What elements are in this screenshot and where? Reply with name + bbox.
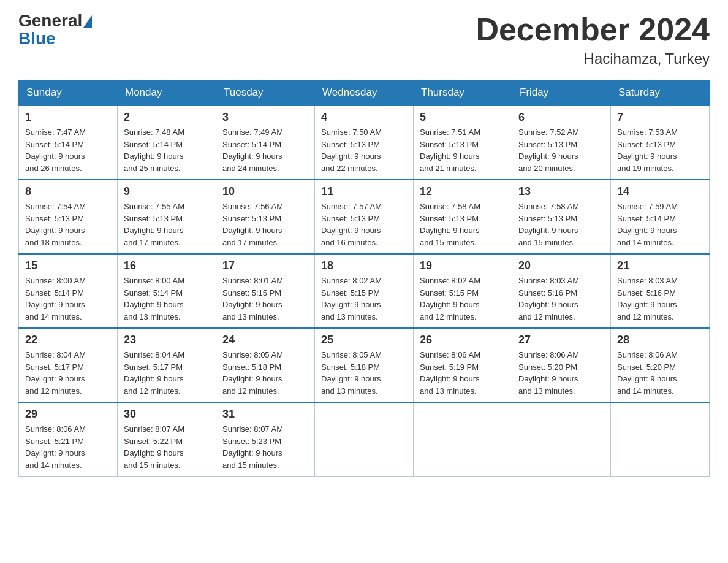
table-row: 15 Sunrise: 8:00 AM Sunset: 5:14 PM Dayl…: [19, 254, 118, 328]
day-number: 29: [25, 408, 111, 421]
day-number: 13: [518, 185, 604, 198]
day-info: Sunrise: 7:51 AM Sunset: 5:13 PM Dayligh…: [420, 126, 506, 174]
table-row: 16 Sunrise: 8:00 AM Sunset: 5:14 PM Dayl…: [118, 254, 216, 328]
table-row: 4 Sunrise: 7:50 AM Sunset: 5:13 PM Dayli…: [315, 105, 414, 180]
table-row: 29 Sunrise: 8:06 AM Sunset: 5:21 PM Dayl…: [19, 402, 118, 477]
day-number: 10: [222, 185, 308, 198]
calendar-header-row: Sunday Monday Tuesday Wednesday Thursday…: [19, 80, 710, 106]
day-info: Sunrise: 8:04 AM Sunset: 5:17 PM Dayligh…: [124, 349, 210, 397]
day-info: Sunrise: 8:06 AM Sunset: 5:19 PM Dayligh…: [420, 349, 506, 397]
day-info: Sunrise: 7:56 AM Sunset: 5:13 PM Dayligh…: [222, 201, 308, 248]
col-thursday: Thursday: [414, 80, 512, 106]
day-number: 24: [222, 334, 308, 347]
calendar-week-row: 15 Sunrise: 8:00 AM Sunset: 5:14 PM Dayl…: [19, 254, 710, 328]
table-row: 30 Sunrise: 8:07 AM Sunset: 5:22 PM Dayl…: [118, 402, 216, 477]
calendar-week-row: 1 Sunrise: 7:47 AM Sunset: 5:14 PM Dayli…: [19, 105, 710, 180]
table-row: 7 Sunrise: 7:53 AM Sunset: 5:13 PM Dayli…: [611, 105, 710, 180]
day-info: Sunrise: 8:07 AM Sunset: 5:23 PM Dayligh…: [222, 423, 308, 471]
table-row: 9 Sunrise: 7:55 AM Sunset: 5:13 PM Dayli…: [118, 180, 216, 254]
day-number: 5: [420, 111, 506, 124]
day-info: Sunrise: 7:53 AM Sunset: 5:13 PM Dayligh…: [617, 126, 703, 174]
title-block: December 2024 Hacihamza, Turkey: [476, 12, 710, 67]
table-row: 31 Sunrise: 8:07 AM Sunset: 5:23 PM Dayl…: [216, 402, 315, 477]
day-number: 2: [124, 111, 210, 124]
day-number: 19: [420, 259, 506, 272]
table-row: 21 Sunrise: 8:03 AM Sunset: 5:16 PM Dayl…: [611, 254, 710, 328]
logo: General Blue: [18, 12, 92, 47]
logo-triangle-icon: [83, 15, 92, 28]
day-number: 26: [420, 334, 506, 347]
col-saturday: Saturday: [611, 80, 710, 106]
col-friday: Friday: [512, 80, 611, 106]
calendar-week-row: 29 Sunrise: 8:06 AM Sunset: 5:21 PM Dayl…: [19, 402, 710, 477]
month-title: December 2024: [476, 12, 710, 47]
table-row: 27 Sunrise: 8:06 AM Sunset: 5:20 PM Dayl…: [512, 328, 611, 402]
page-header: General Blue December 2024 Hacihamza, Tu…: [18, 12, 710, 67]
table-row: 23 Sunrise: 8:04 AM Sunset: 5:17 PM Dayl…: [118, 328, 216, 402]
table-row: 17 Sunrise: 8:01 AM Sunset: 5:15 PM Dayl…: [216, 254, 315, 328]
calendar-week-row: 8 Sunrise: 7:54 AM Sunset: 5:13 PM Dayli…: [19, 180, 710, 254]
day-info: Sunrise: 8:05 AM Sunset: 5:18 PM Dayligh…: [321, 349, 407, 397]
col-wednesday: Wednesday: [315, 80, 414, 106]
calendar-table: Sunday Monday Tuesday Wednesday Thursday…: [18, 80, 710, 477]
day-info: Sunrise: 8:01 AM Sunset: 5:15 PM Dayligh…: [222, 275, 308, 323]
day-number: 31: [222, 408, 308, 421]
day-number: 1: [25, 111, 111, 124]
table-row: 1 Sunrise: 7:47 AM Sunset: 5:14 PM Dayli…: [19, 105, 118, 180]
logo-general-line: General: [18, 12, 92, 30]
day-number: 28: [617, 334, 703, 347]
day-number: 7: [617, 111, 703, 124]
table-row: 12 Sunrise: 7:58 AM Sunset: 5:13 PM Dayl…: [414, 180, 512, 254]
day-info: Sunrise: 8:02 AM Sunset: 5:15 PM Dayligh…: [321, 275, 407, 323]
col-sunday: Sunday: [19, 80, 118, 106]
day-number: 30: [124, 408, 210, 421]
day-info: Sunrise: 8:00 AM Sunset: 5:14 PM Dayligh…: [25, 275, 111, 323]
day-info: Sunrise: 7:55 AM Sunset: 5:13 PM Dayligh…: [124, 201, 210, 248]
table-row: 14 Sunrise: 7:59 AM Sunset: 5:14 PM Dayl…: [611, 180, 710, 254]
table-row: 24 Sunrise: 8:05 AM Sunset: 5:18 PM Dayl…: [216, 328, 315, 402]
table-row: 20 Sunrise: 8:03 AM Sunset: 5:16 PM Dayl…: [512, 254, 611, 328]
day-number: 9: [124, 185, 210, 198]
day-number: 27: [518, 334, 604, 347]
table-row: 22 Sunrise: 8:04 AM Sunset: 5:17 PM Dayl…: [19, 328, 118, 402]
day-info: Sunrise: 8:06 AM Sunset: 5:21 PM Dayligh…: [25, 423, 111, 471]
table-row: 2 Sunrise: 7:48 AM Sunset: 5:14 PM Dayli…: [118, 105, 216, 180]
day-info: Sunrise: 8:02 AM Sunset: 5:15 PM Dayligh…: [420, 275, 506, 323]
day-number: 16: [124, 259, 210, 272]
table-row: 13 Sunrise: 7:58 AM Sunset: 5:13 PM Dayl…: [512, 180, 611, 254]
day-info: Sunrise: 7:52 AM Sunset: 5:13 PM Dayligh…: [518, 126, 604, 174]
day-info: Sunrise: 7:54 AM Sunset: 5:13 PM Dayligh…: [25, 201, 111, 248]
day-info: Sunrise: 8:03 AM Sunset: 5:16 PM Dayligh…: [518, 275, 604, 323]
table-row: [315, 402, 414, 477]
table-row: 19 Sunrise: 8:02 AM Sunset: 5:15 PM Dayl…: [414, 254, 512, 328]
day-number: 6: [518, 111, 604, 124]
day-info: Sunrise: 7:57 AM Sunset: 5:13 PM Dayligh…: [321, 201, 407, 248]
table-row: 5 Sunrise: 7:51 AM Sunset: 5:13 PM Dayli…: [414, 105, 512, 180]
table-row: 8 Sunrise: 7:54 AM Sunset: 5:13 PM Dayli…: [19, 180, 118, 254]
day-number: 20: [518, 259, 604, 272]
day-number: 21: [617, 259, 703, 272]
day-info: Sunrise: 7:59 AM Sunset: 5:14 PM Dayligh…: [617, 201, 703, 248]
day-info: Sunrise: 7:48 AM Sunset: 5:14 PM Dayligh…: [124, 126, 210, 174]
day-info: Sunrise: 8:00 AM Sunset: 5:14 PM Dayligh…: [124, 275, 210, 323]
day-number: 15: [25, 259, 111, 272]
day-info: Sunrise: 8:06 AM Sunset: 5:20 PM Dayligh…: [518, 349, 604, 397]
table-row: 3 Sunrise: 7:49 AM Sunset: 5:14 PM Dayli…: [216, 105, 315, 180]
logo-general-text: General: [18, 11, 82, 30]
day-number: 14: [617, 185, 703, 198]
table-row: [414, 402, 512, 477]
table-row: [512, 402, 611, 477]
location-title: Hacihamza, Turkey: [476, 50, 710, 67]
day-info: Sunrise: 7:49 AM Sunset: 5:14 PM Dayligh…: [222, 126, 308, 174]
day-info: Sunrise: 8:06 AM Sunset: 5:20 PM Dayligh…: [617, 349, 703, 397]
day-number: 3: [222, 111, 308, 124]
table-row: 6 Sunrise: 7:52 AM Sunset: 5:13 PM Dayli…: [512, 105, 611, 180]
table-row: [611, 402, 710, 477]
day-number: 23: [124, 334, 210, 347]
day-info: Sunrise: 8:07 AM Sunset: 5:22 PM Dayligh…: [124, 423, 210, 471]
day-info: Sunrise: 8:04 AM Sunset: 5:17 PM Dayligh…: [25, 349, 111, 397]
table-row: 11 Sunrise: 7:57 AM Sunset: 5:13 PM Dayl…: [315, 180, 414, 254]
table-row: 10 Sunrise: 7:56 AM Sunset: 5:13 PM Dayl…: [216, 180, 315, 254]
day-info: Sunrise: 7:58 AM Sunset: 5:13 PM Dayligh…: [518, 201, 604, 248]
day-info: Sunrise: 7:50 AM Sunset: 5:13 PM Dayligh…: [321, 126, 407, 174]
